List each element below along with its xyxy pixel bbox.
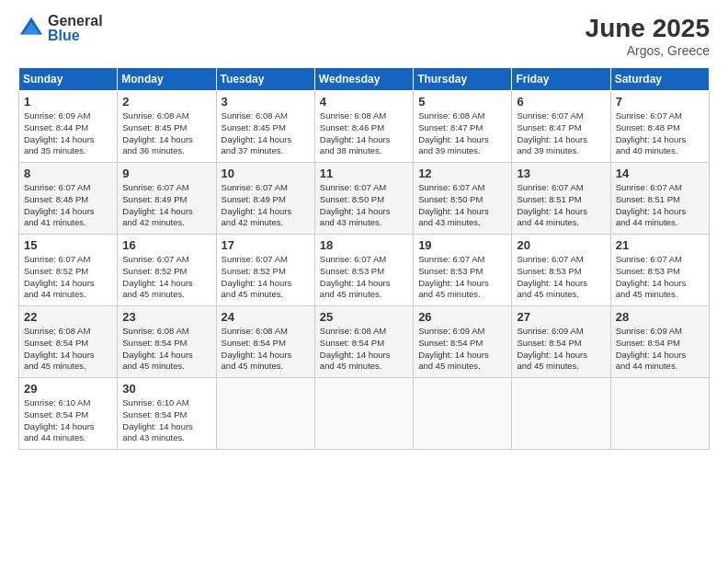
calendar-cell: 16Sunrise: 6:07 AM Sunset: 8:52 PM Dayli… (118, 235, 216, 306)
col-monday: Monday (118, 68, 216, 91)
calendar-cell: 6Sunrise: 6:07 AM Sunset: 8:47 PM Daylig… (512, 91, 610, 163)
day-info: Sunrise: 6:07 AM Sunset: 8:53 PM Dayligh… (320, 254, 408, 301)
logo-icon (18, 16, 44, 41)
day-info: Sunrise: 6:07 AM Sunset: 8:47 PM Dayligh… (517, 110, 605, 157)
day-info: Sunrise: 6:07 AM Sunset: 8:48 PM Dayligh… (24, 182, 112, 229)
calendar-table: Sunday Monday Tuesday Wednesday Thursday… (18, 67, 710, 450)
calendar-cell: 3Sunrise: 6:08 AM Sunset: 8:45 PM Daylig… (216, 91, 314, 163)
logo-general-text: General (48, 14, 103, 29)
day-info: Sunrise: 6:07 AM Sunset: 8:51 PM Dayligh… (517, 182, 605, 229)
calendar-cell: 28Sunrise: 6:09 AM Sunset: 8:54 PM Dayli… (610, 306, 709, 378)
day-info: Sunrise: 6:09 AM Sunset: 8:54 PM Dayligh… (616, 326, 704, 373)
day-number: 1 (24, 95, 112, 109)
day-number: 29 (24, 382, 112, 396)
calendar-header-row: Sunday Monday Tuesday Wednesday Thursday… (19, 68, 710, 91)
col-thursday: Thursday (414, 68, 512, 91)
day-number: 11 (320, 167, 408, 180)
col-wednesday: Wednesday (314, 68, 413, 91)
day-number: 21 (616, 238, 704, 252)
calendar-cell (512, 378, 610, 450)
calendar-cell (414, 378, 512, 450)
day-number: 24 (222, 310, 310, 324)
calendar-cell (610, 378, 709, 450)
day-number: 19 (418, 238, 506, 252)
calendar-cell: 23Sunrise: 6:08 AM Sunset: 8:54 PM Dayli… (118, 306, 216, 378)
calendar-cell: 25Sunrise: 6:08 AM Sunset: 8:54 PM Dayli… (314, 306, 413, 378)
calendar-cell: 18Sunrise: 6:07 AM Sunset: 8:53 PM Dayli… (314, 235, 413, 306)
calendar-cell: 14Sunrise: 6:07 AM Sunset: 8:51 PM Dayli… (610, 163, 709, 235)
day-info: Sunrise: 6:08 AM Sunset: 8:45 PM Dayligh… (222, 110, 310, 157)
calendar-cell (216, 378, 314, 450)
calendar-week-5: 29Sunrise: 6:10 AM Sunset: 8:54 PM Dayli… (19, 378, 710, 450)
day-number: 27 (517, 310, 605, 324)
day-info: Sunrise: 6:07 AM Sunset: 8:53 PM Dayligh… (517, 254, 605, 301)
calendar-cell: 19Sunrise: 6:07 AM Sunset: 8:53 PM Dayli… (414, 235, 512, 306)
day-number: 10 (222, 167, 310, 180)
calendar-cell: 12Sunrise: 6:07 AM Sunset: 8:50 PM Dayli… (414, 163, 512, 235)
calendar-cell: 9Sunrise: 6:07 AM Sunset: 8:49 PM Daylig… (118, 163, 216, 235)
title-block: June 2025 Argos, Greece (586, 14, 710, 58)
calendar-cell: 15Sunrise: 6:07 AM Sunset: 8:52 PM Dayli… (19, 235, 118, 306)
col-tuesday: Tuesday (216, 68, 314, 91)
month-title: June 2025 (586, 14, 710, 43)
calendar-cell: 27Sunrise: 6:09 AM Sunset: 8:54 PM Dayli… (512, 306, 610, 378)
day-info: Sunrise: 6:08 AM Sunset: 8:54 PM Dayligh… (222, 326, 310, 373)
calendar-cell: 1Sunrise: 6:09 AM Sunset: 8:44 PM Daylig… (19, 91, 118, 163)
day-number: 7 (616, 95, 704, 109)
day-info: Sunrise: 6:07 AM Sunset: 8:53 PM Dayligh… (418, 254, 506, 301)
calendar-cell: 8Sunrise: 6:07 AM Sunset: 8:48 PM Daylig… (19, 163, 118, 235)
day-info: Sunrise: 6:07 AM Sunset: 8:50 PM Dayligh… (320, 182, 408, 229)
day-info: Sunrise: 6:07 AM Sunset: 8:51 PM Dayligh… (616, 182, 704, 229)
calendar-week-1: 1Sunrise: 6:09 AM Sunset: 8:44 PM Daylig… (19, 91, 710, 163)
calendar-cell: 10Sunrise: 6:07 AM Sunset: 8:49 PM Dayli… (216, 163, 314, 235)
logo-blue-text: Blue (48, 29, 103, 43)
calendar-cell: 11Sunrise: 6:07 AM Sunset: 8:50 PM Dayli… (314, 163, 413, 235)
day-info: Sunrise: 6:09 AM Sunset: 8:54 PM Dayligh… (418, 326, 506, 373)
day-info: Sunrise: 6:07 AM Sunset: 8:52 PM Dayligh… (222, 254, 310, 301)
day-number: 23 (122, 310, 210, 324)
logo-text: General Blue (48, 14, 103, 43)
day-info: Sunrise: 6:07 AM Sunset: 8:49 PM Dayligh… (222, 182, 310, 229)
day-number: 9 (122, 167, 210, 180)
day-info: Sunrise: 6:09 AM Sunset: 8:44 PM Dayligh… (24, 110, 112, 157)
day-number: 25 (320, 310, 408, 324)
calendar-cell: 4Sunrise: 6:08 AM Sunset: 8:46 PM Daylig… (314, 91, 413, 163)
calendar-week-4: 22Sunrise: 6:08 AM Sunset: 8:54 PM Dayli… (19, 306, 710, 378)
day-info: Sunrise: 6:07 AM Sunset: 8:48 PM Dayligh… (616, 110, 704, 157)
day-info: Sunrise: 6:07 AM Sunset: 8:52 PM Dayligh… (122, 254, 210, 301)
day-info: Sunrise: 6:09 AM Sunset: 8:54 PM Dayligh… (517, 326, 605, 373)
calendar-cell: 5Sunrise: 6:08 AM Sunset: 8:47 PM Daylig… (414, 91, 512, 163)
day-number: 15 (24, 238, 112, 252)
calendar-cell: 26Sunrise: 6:09 AM Sunset: 8:54 PM Dayli… (414, 306, 512, 378)
col-friday: Friday (512, 68, 610, 91)
day-info: Sunrise: 6:08 AM Sunset: 8:47 PM Dayligh… (418, 110, 506, 157)
day-number: 13 (517, 167, 605, 180)
logo: General Blue (18, 14, 103, 43)
calendar-week-2: 8Sunrise: 6:07 AM Sunset: 8:48 PM Daylig… (19, 163, 710, 235)
day-info: Sunrise: 6:08 AM Sunset: 8:54 PM Dayligh… (24, 326, 112, 373)
day-info: Sunrise: 6:10 AM Sunset: 8:54 PM Dayligh… (122, 397, 210, 444)
day-number: 26 (418, 310, 506, 324)
day-info: Sunrise: 6:10 AM Sunset: 8:54 PM Dayligh… (24, 397, 112, 444)
day-number: 2 (122, 95, 210, 109)
calendar-cell: 7Sunrise: 6:07 AM Sunset: 8:48 PM Daylig… (610, 91, 709, 163)
header: General Blue June 2025 Argos, Greece (18, 14, 710, 58)
day-number: 3 (222, 95, 310, 109)
day-info: Sunrise: 6:08 AM Sunset: 8:54 PM Dayligh… (122, 326, 210, 373)
day-info: Sunrise: 6:07 AM Sunset: 8:49 PM Dayligh… (122, 182, 210, 229)
day-number: 14 (616, 167, 704, 180)
day-number: 12 (418, 167, 506, 180)
day-number: 30 (122, 382, 210, 396)
day-number: 28 (616, 310, 704, 324)
day-info: Sunrise: 6:07 AM Sunset: 8:52 PM Dayligh… (24, 254, 112, 301)
calendar-cell: 13Sunrise: 6:07 AM Sunset: 8:51 PM Dayli… (512, 163, 610, 235)
day-number: 18 (320, 238, 408, 252)
calendar-cell: 29Sunrise: 6:10 AM Sunset: 8:54 PM Dayli… (19, 378, 118, 450)
calendar-cell: 24Sunrise: 6:08 AM Sunset: 8:54 PM Dayli… (216, 306, 314, 378)
day-info: Sunrise: 6:07 AM Sunset: 8:50 PM Dayligh… (418, 182, 506, 229)
day-number: 17 (222, 238, 310, 252)
day-number: 22 (24, 310, 112, 324)
day-number: 4 (320, 95, 408, 109)
day-number: 6 (517, 95, 605, 109)
calendar-cell: 22Sunrise: 6:08 AM Sunset: 8:54 PM Dayli… (19, 306, 118, 378)
